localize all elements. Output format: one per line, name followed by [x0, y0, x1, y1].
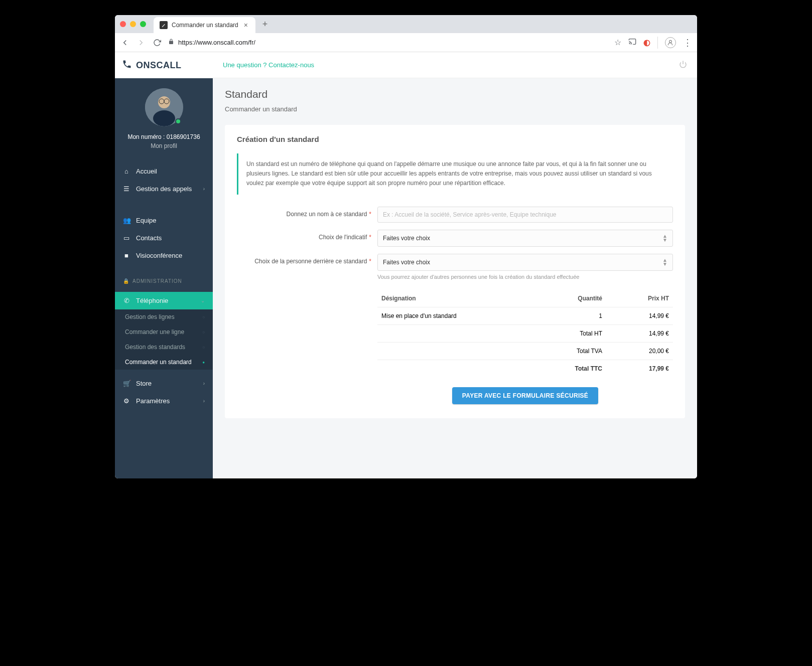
person-label: Choix de la personne derrière ce standar… — [237, 254, 377, 265]
new-tab-button[interactable]: + — [259, 19, 271, 30]
window-controls — [120, 21, 146, 27]
select-caret-icon: ▲▼ — [662, 258, 667, 266]
lock-icon: 🔒 — [123, 278, 129, 284]
gear-icon: ⚙ — [123, 397, 130, 405]
contacts-icon: ▭ — [123, 234, 130, 242]
nav-label: Store — [136, 380, 152, 387]
main-content: Une question ? Contactez-nous Standard C… — [213, 52, 697, 478]
avatar-section: Mon numéro : 0186901736 Mon profil — [115, 78, 213, 157]
subnav-commander-ligne[interactable]: Commander une ligne○ — [115, 324, 213, 340]
nav-label: Accueil — [136, 168, 157, 175]
card-title: Création d'un standard — [237, 135, 673, 143]
indicatif-label: Choix de l'indicatif* — [237, 230, 377, 241]
indicatif-select[interactable]: Faites votre choix ▲▼ — [377, 230, 673, 247]
profile-icon[interactable] — [665, 37, 676, 48]
divider — [657, 37, 658, 49]
table-row-total-ht: Total HT 14,99 € — [377, 324, 673, 342]
list-icon: ☰ — [123, 185, 130, 193]
brand-logo[interactable]: ONSCALL — [115, 52, 213, 78]
nav-label: Téléphonie — [136, 297, 168, 304]
nav-label: Equipe — [136, 217, 156, 224]
sidebar: ONSCALL Mon numéro : 0186901736 Mon prof… — [115, 52, 213, 478]
admin-nav: ✆ Téléphonie ⌄ — [115, 292, 213, 309]
minimize-window-button[interactable] — [130, 21, 136, 27]
browser-tab[interactable]: ⟋ Commander un standard × — [154, 17, 255, 33]
user-phone-number: Mon numéro : 0186901736 — [120, 133, 208, 140]
creation-card: Création d'un standard Un standard est u… — [225, 125, 685, 418]
profile-link[interactable]: Mon profil — [120, 142, 208, 149]
lock-icon — [168, 39, 174, 46]
home-icon: ⌂ — [123, 168, 130, 175]
chevron-right-icon: › — [203, 381, 205, 386]
topbar: Une question ? Contactez-nous — [213, 52, 697, 78]
extension-icon[interactable]: ◐ — [643, 38, 650, 47]
chrome-tab-strip: ⟋ Commander un standard × + — [115, 15, 697, 33]
close-tab-icon[interactable]: × — [242, 22, 249, 29]
kebab-menu-icon[interactable]: ⋮ — [683, 37, 692, 48]
subnav-gestion-standards[interactable]: Gestion des standards○ — [115, 340, 213, 355]
price-table: Désignation Quantité Prix HT Mise en pla… — [377, 290, 673, 377]
svg-point-4 — [153, 110, 175, 126]
video-icon: ■ — [123, 252, 130, 259]
pay-button[interactable]: PAYER AVEC LE FORMULAIRE SÉCURISÉ — [452, 387, 598, 404]
nav-visio[interactable]: ■ Visioconférence — [115, 247, 213, 264]
cast-icon[interactable] — [628, 38, 636, 48]
form-row-person: Choix de la personne derrière ce standar… — [237, 254, 673, 280]
th-prix: Prix HT — [606, 290, 673, 307]
favicon-icon: ⟋ — [160, 21, 168, 29]
address-bar[interactable]: https://www.onscall.com/fr/ — [168, 39, 608, 46]
app-root: ONSCALL Mon numéro : 0186901736 Mon prof… — [115, 52, 697, 478]
reload-button[interactable] — [152, 38, 162, 48]
star-icon[interactable]: ☆ — [614, 38, 621, 47]
nav-parametres[interactable]: ⚙ Paramètres › — [115, 392, 213, 410]
nav-equipe[interactable]: 👥 Equipe — [115, 212, 213, 229]
users-icon: 👥 — [123, 217, 130, 224]
subnav-commander-standard[interactable]: Commander un standard● — [115, 355, 213, 370]
chrome-right-icons: ☆ ◐ ⋮ — [614, 37, 692, 49]
close-window-button[interactable] — [120, 21, 126, 27]
avatar[interactable] — [145, 88, 183, 126]
nav-telephonie[interactable]: ✆ Téléphonie ⌄ — [115, 292, 213, 309]
th-quantite: Quantité — [525, 290, 606, 307]
table-row: Mise en place d'un standard 1 14,99 € — [377, 307, 673, 324]
phone-icon: ✆ — [123, 297, 130, 304]
contact-link[interactable]: Une question ? Contactez-nous — [223, 61, 314, 69]
nav-label: Gestion des appels — [136, 185, 192, 193]
person-hint: Vous pourrez ajouter d'autres personnes … — [377, 274, 673, 280]
form-row-indicatif: Choix de l'indicatif* Faites votre choix… — [237, 230, 673, 247]
page-subtitle: Commander un standard — [225, 105, 685, 113]
nav-accueil[interactable]: ⌂ Accueil — [115, 162, 213, 180]
subnav-gestion-lignes[interactable]: Gestion des lignes○ — [115, 309, 213, 324]
table-row-total-tva: Total TVA 20,00 € — [377, 342, 673, 360]
status-online-indicator — [175, 118, 181, 124]
person-select[interactable]: Faites votre choix ▲▼ — [377, 254, 673, 271]
basket-icon: 🛒 — [123, 380, 130, 387]
nav-gestion-appels[interactable]: ☰ Gestion des appels › — [115, 180, 213, 198]
standard-name-input[interactable] — [377, 207, 673, 223]
name-label: Donnez un nom à ce standard* — [237, 207, 377, 218]
select-caret-icon: ▲▼ — [662, 234, 667, 242]
nav-label: Visioconférence — [136, 252, 182, 259]
url-text: https://www.onscall.com/fr/ — [178, 39, 255, 46]
chrome-toolbar: https://www.onscall.com/fr/ ☆ ◐ ⋮ — [115, 33, 697, 52]
nav-label: Contacts — [136, 234, 162, 242]
power-icon[interactable] — [679, 60, 687, 70]
main-nav: ⌂ Accueil ☰ Gestion des appels › — [115, 162, 213, 198]
browser-window: ⟋ Commander un standard × + https://www.… — [115, 15, 697, 478]
chevron-right-icon: › — [203, 398, 205, 404]
nav-label: Paramètres — [136, 397, 170, 405]
chevron-right-icon: › — [203, 186, 205, 192]
back-button[interactable] — [120, 38, 130, 48]
nav-contacts[interactable]: ▭ Contacts — [115, 229, 213, 247]
telephonie-subnav: Gestion des lignes○ Commander une ligne○… — [115, 309, 213, 370]
maximize-window-button[interactable] — [140, 21, 146, 27]
th-designation: Désignation — [377, 290, 525, 307]
phone-icon — [122, 59, 132, 72]
nav-store[interactable]: 🛒 Store › — [115, 375, 213, 392]
info-box: Un standard est un numéro de téléphone q… — [237, 153, 673, 195]
tab-title: Commander un standard — [172, 22, 238, 29]
forward-button[interactable] — [136, 38, 146, 48]
chevron-down-icon: ⌄ — [201, 298, 205, 303]
form-row-name: Donnez un nom à ce standard* — [237, 207, 673, 223]
svg-point-1 — [669, 40, 672, 43]
